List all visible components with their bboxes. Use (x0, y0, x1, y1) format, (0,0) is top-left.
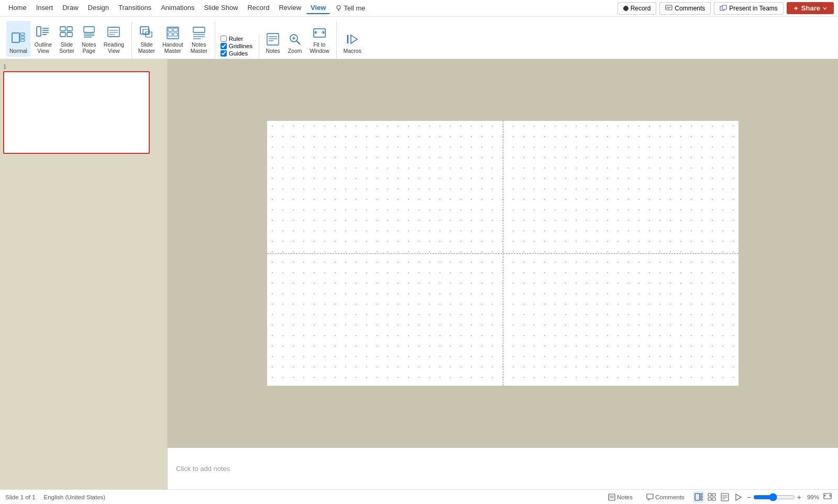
present-teams-button[interactable]: Present in Teams (714, 2, 784, 15)
zoom-control: − + 99% (747, 493, 819, 501)
menu-right-buttons: Record Comments Present in Teams Share (618, 2, 834, 15)
share-button[interactable]: Share (787, 2, 834, 14)
svg-rect-57 (701, 494, 702, 495)
svg-rect-9 (20, 33, 25, 35)
ruler-label: Ruler (229, 36, 243, 42)
menu-slideshow[interactable]: Slide Show (200, 2, 242, 14)
notes-page-icon (82, 26, 96, 40)
slide-canvas[interactable] (267, 121, 738, 386)
gridlines-option[interactable]: Gridlines (220, 43, 252, 49)
record-button[interactable]: Record (618, 2, 657, 15)
master-views-group: SlideMaster HandoutMaster NotesMaster (133, 21, 215, 59)
svg-rect-34 (173, 28, 178, 31)
svg-line-46 (297, 41, 301, 45)
fit-slide-button[interactable] (822, 491, 833, 503)
menu-animations[interactable]: Animations (157, 2, 199, 14)
menu-record[interactable]: Record (243, 2, 273, 14)
statusbar-comments-button[interactable]: Comments (641, 491, 690, 503)
zoom-button[interactable]: Zoom (284, 21, 305, 57)
slide-canvas-wrap[interactable] (168, 59, 838, 447)
menu-bar: Home Insert Draw Design Transitions Anim… (0, 0, 838, 17)
slide-panel: 1 (0, 59, 168, 489)
lightbulb-icon (335, 5, 342, 12)
outline-view-icon (36, 26, 50, 40)
slide-sorter-icon (60, 26, 73, 40)
gridlines-label: Gridlines (229, 43, 252, 49)
slide-thumb-image[interactable] (3, 71, 150, 154)
slide-sorter-status-btn[interactable] (706, 491, 718, 503)
svg-rect-10 (20, 36, 25, 38)
fit-slide-icon (823, 492, 832, 500)
macros-button[interactable]: Macros (340, 21, 364, 57)
status-left: Slide 1 of 1 English (United States) (5, 494, 105, 500)
reading-view-button[interactable]: ReadingView (101, 21, 127, 57)
show-group: Ruler Gridlines Guides (216, 33, 259, 59)
reading-view-status-icon (721, 493, 729, 501)
reading-view-status-btn[interactable] (719, 491, 731, 503)
normal-view-status-btn[interactable] (693, 491, 704, 503)
menu-tellme[interactable]: Tell me (331, 2, 369, 14)
menu-review[interactable]: Review (274, 2, 305, 14)
zoom-out-button[interactable]: − (747, 494, 751, 501)
svg-rect-8 (12, 33, 19, 42)
svg-rect-55 (647, 494, 653, 499)
menu-insert[interactable]: Insert (32, 2, 58, 14)
svg-rect-52 (609, 494, 615, 500)
slide-sorter-button[interactable]: SlideSorter (56, 21, 78, 57)
svg-rect-36 (173, 33, 178, 36)
ruler-option[interactable]: Ruler (220, 36, 252, 42)
slide-master-button[interactable]: SlideMaster (135, 21, 158, 57)
svg-rect-25 (108, 27, 119, 37)
svg-rect-58 (701, 496, 702, 498)
handout-master-button[interactable]: HandoutMaster (159, 21, 186, 57)
macros-icon (346, 32, 359, 46)
svg-rect-41 (267, 33, 279, 45)
ribbon: Home Insert Draw Design Transitions Anim… (0, 0, 838, 59)
svg-rect-17 (60, 27, 65, 31)
status-right: Notes Comments − + 99% (603, 491, 833, 503)
comment-icon (665, 5, 672, 12)
menu-home[interactable]: Home (4, 2, 31, 14)
menu-design[interactable]: Design (84, 2, 113, 14)
normal-view-button[interactable]: Normal (6, 21, 30, 57)
svg-rect-62 (708, 498, 711, 500)
menu-view[interactable]: View (306, 2, 330, 14)
guides-checkbox[interactable] (220, 50, 227, 57)
macros-group: Macros (338, 21, 368, 59)
svg-rect-18 (67, 27, 72, 31)
dotted-grid (267, 121, 738, 386)
svg-rect-56 (695, 494, 700, 500)
svg-rect-19 (60, 32, 65, 37)
outline-view-button[interactable]: OutlineView (31, 21, 55, 57)
share-icon (793, 5, 799, 12)
notes-view-button[interactable]: Notes (262, 21, 283, 57)
guides-option[interactable]: Guides (220, 50, 252, 57)
notes-icon-status (608, 494, 615, 501)
gridlines-checkbox[interactable] (220, 43, 227, 49)
statusbar-notes-button[interactable]: Notes (603, 491, 638, 503)
guide-horizontal (267, 253, 738, 254)
slideshow-status-btn[interactable] (732, 491, 744, 503)
slide-sorter-status-icon (708, 493, 716, 501)
handout-master-icon (166, 26, 180, 40)
menu-draw[interactable]: Draw (58, 2, 82, 14)
teams-icon (720, 5, 727, 12)
notes-master-button[interactable]: NotesMaster (188, 21, 211, 57)
svg-rect-33 (168, 28, 172, 31)
fit-to-window-button[interactable]: Fit toWindow (306, 21, 332, 57)
slideshow-status-icon (734, 493, 742, 501)
language-info: English (United States) (44, 494, 106, 500)
svg-marker-50 (351, 35, 357, 43)
zoom-slider[interactable] (753, 493, 795, 501)
comments-button[interactable]: Comments (659, 2, 711, 15)
normal-view-icon (12, 32, 25, 46)
notes-page-button[interactable]: NotesPage (79, 21, 100, 57)
slide-thumbnail-1[interactable]: 1 (3, 63, 164, 154)
canvas-area: Click to add notes (168, 59, 838, 489)
zoom-in-button[interactable]: + (797, 494, 801, 501)
slide-number: 1 (3, 63, 164, 70)
svg-rect-61 (712, 494, 715, 496)
menu-transitions[interactable]: Transitions (114, 2, 156, 14)
notes-area[interactable]: Click to add notes (168, 447, 838, 489)
ruler-checkbox[interactable] (220, 36, 227, 42)
